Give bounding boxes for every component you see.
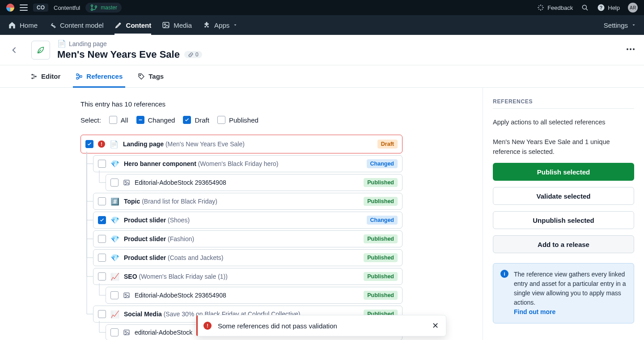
checkbox-checked-icon[interactable] — [85, 140, 93, 148]
asset-icon — [123, 292, 130, 299]
svg-point-17 — [140, 75, 141, 76]
help-icon: ? — [597, 4, 605, 12]
checkbox-icon[interactable] — [110, 328, 119, 336]
branch-pill[interactable]: master — [85, 3, 122, 13]
reference-row[interactable]: Editorial-AdobeStock 293654908Published — [106, 287, 402, 304]
entry-actions-menu[interactable] — [625, 44, 636, 56]
reference-title: Landing page (Men's New Years Eve Sale) — [123, 140, 245, 148]
content-type-crumb[interactable]: 📄 Landing page — [57, 39, 202, 48]
tab-editor-label: Editor — [41, 72, 60, 80]
page-title: Men's New Years Eve Sale — [57, 49, 180, 60]
reference-title: Hero banner component (Women's Black Fri… — [124, 160, 279, 167]
svg-point-0 — [91, 5, 93, 7]
status-badge: Published — [364, 253, 398, 262]
home-icon — [8, 21, 16, 29]
reference-row[interactable]: 💎Product slider (Shoes)Changed — [93, 212, 402, 229]
svg-point-11 — [31, 74, 33, 75]
svg-point-9 — [630, 48, 631, 50]
back-button[interactable] — [4, 46, 24, 55]
avatar[interactable]: AR — [628, 3, 638, 13]
nav-media[interactable]: Media — [162, 15, 192, 35]
reference-row[interactable]: 💎Hero banner component (Women's Black Fr… — [93, 155, 402, 172]
git-branch-icon — [90, 4, 98, 12]
select-changed[interactable]: Changed — [136, 116, 175, 124]
nav-media-label: Media — [174, 21, 192, 29]
reference-row[interactable]: Editorial-AdobeStock 293654908Published — [106, 174, 402, 191]
reference-row[interactable]: 💎Product slider (Coats and Jackets)Publi… — [93, 249, 402, 266]
validate-selected-button[interactable]: Validate selected — [493, 187, 634, 205]
incoming-links-badge[interactable]: 0 — [184, 51, 202, 58]
reference-row[interactable]: !📄Landing page (Men's New Years Eve Sale… — [80, 135, 402, 153]
tab-references[interactable]: References — [76, 65, 123, 87]
find-out-more-link[interactable]: Find out more — [514, 308, 555, 315]
menu-icon[interactable] — [20, 4, 28, 11]
checkbox-checked-icon[interactable] — [98, 216, 106, 224]
error-icon: ! — [203, 322, 212, 330]
checkbox-checked-icon — [183, 116, 191, 124]
type-emoji-icon: 💎 — [110, 216, 119, 225]
add-to-release-button[interactable]: Add to a release — [493, 235, 634, 253]
image-icon — [162, 21, 170, 29]
reference-title: Product slider (Coats and Jackets) — [124, 254, 224, 261]
toast-close-button[interactable]: ✕ — [432, 322, 439, 330]
svg-rect-16 — [80, 76, 82, 77]
select-published[interactable]: Published — [217, 116, 258, 124]
app-name: Contentful — [54, 4, 80, 11]
checkbox-icon — [109, 116, 117, 124]
checkbox-icon[interactable] — [98, 235, 106, 243]
checkbox-icon[interactable] — [110, 178, 119, 187]
search-icon[interactable] — [581, 4, 589, 12]
select-draft[interactable]: Draft — [183, 116, 209, 124]
nav-settings[interactable]: Settings — [604, 15, 636, 35]
select-all[interactable]: All — [109, 116, 128, 124]
leaf-icon — [36, 45, 46, 55]
select-filters: Select: All Changed Draft Published — [80, 116, 483, 124]
checkbox-indeterminate-icon — [136, 116, 144, 124]
svg-point-12 — [31, 77, 33, 79]
status-badge: Published — [364, 178, 398, 187]
tab-editor[interactable]: Editor — [30, 65, 60, 87]
reference-row[interactable]: #️⃣Topic (Brand list for Black Friday)Pu… — [93, 193, 402, 210]
checkbox-icon[interactable] — [98, 310, 106, 318]
nav-apps[interactable]: Apps — [203, 15, 237, 35]
contentful-logo-icon[interactable] — [6, 4, 14, 12]
nav-content-model[interactable]: Content model — [48, 15, 104, 35]
asset-icon — [123, 329, 130, 336]
checkbox-icon[interactable] — [110, 291, 119, 299]
reference-row[interactable]: 💎Product slider (Fashion)Published — [93, 230, 402, 247]
svg-rect-14 — [76, 74, 78, 76]
svg-point-10 — [633, 48, 635, 50]
help-button[interactable]: ? Help — [597, 4, 620, 12]
svg-rect-43 — [124, 330, 129, 335]
reference-row[interactable]: 📈SEO (Women's Black Friday sale (1))Publ… — [93, 268, 402, 285]
nav-home-label: Home — [20, 21, 38, 29]
feedback-button[interactable]: Feedback — [537, 4, 573, 12]
sidebar-note-2: Men's New Years Eve Sale and 1 unique re… — [493, 137, 634, 157]
status-badge: Published — [364, 197, 398, 206]
unpublish-selected-button[interactable]: Unpublish selected — [493, 211, 634, 229]
checkbox-icon[interactable] — [98, 272, 106, 280]
checkbox-icon[interactable] — [98, 197, 106, 205]
reference-title: Editorial-AdobeStock 293654908 — [135, 292, 226, 299]
checkbox-icon[interactable] — [98, 160, 106, 168]
svg-text:?: ? — [600, 5, 602, 10]
nav-content[interactable]: Content — [114, 15, 152, 35]
reference-title: editorial-AdobeStock — [135, 329, 192, 336]
checkbox-icon[interactable] — [98, 254, 106, 262]
branch-name: master — [101, 4, 117, 11]
page-header: 📄 Landing page Men's New Years Eve Sale … — [0, 35, 644, 65]
org-badge[interactable]: CO — [33, 4, 48, 12]
sidebar-note-1: Apply actions to all selected references — [493, 118, 634, 128]
asset-icon — [123, 179, 130, 186]
select-published-label: Published — [229, 116, 258, 124]
nav-home[interactable]: Home — [8, 15, 38, 35]
validation-error-toast: ! Some references did not pass validatio… — [196, 315, 446, 336]
svg-point-7 — [164, 24, 165, 25]
info-icon: i — [500, 270, 508, 278]
publish-selected-button[interactable]: Publish selected — [493, 163, 634, 181]
svg-point-8 — [627, 48, 628, 50]
tab-tags[interactable]: Tags — [138, 65, 164, 87]
pencil-icon — [114, 21, 123, 29]
type-emoji-icon: 📈 — [110, 272, 119, 281]
reference-title: Product slider (Fashion) — [124, 235, 194, 242]
